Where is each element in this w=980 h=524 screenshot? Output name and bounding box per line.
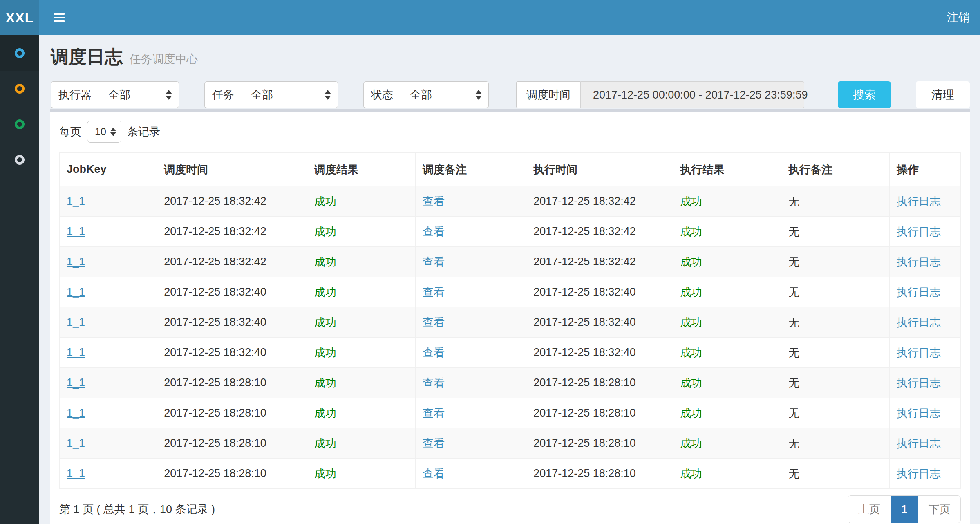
column-header: 调度备注 [415,153,526,186]
trigger-msg-link[interactable]: 查看 [423,468,445,480]
jobkey-link[interactable]: 1_1 [67,286,85,298]
sidebar-item-4[interactable] [0,142,39,177]
handle-time-cell: 2017-12-25 18:28:10 [533,437,636,449]
clean-button[interactable]: 清理 [916,81,970,108]
prev-page-button[interactable]: 上页 [848,496,891,523]
page-size-suffix-label: 条记录 [127,124,160,139]
table-row: 1_12017-12-25 18:28:10成功查看2017-12-25 18:… [60,459,961,489]
page-size-select[interactable]: 10 [87,121,121,143]
executor-filter-label: 执行器 [51,81,99,108]
trigger-msg-link[interactable]: 查看 [423,347,445,359]
select-arrows-icon [475,90,482,100]
trigger-msg-link[interactable]: 查看 [423,195,445,208]
job-filter-label: 任务 [204,81,242,108]
table-footer: 第 1 页 ( 总共 1 页，10 条记录 ) 上页 1 下页 [59,495,961,523]
filter-toolbar: 执行器 全部 任务 全部 状态 全部 [51,81,970,108]
action-log-link[interactable]: 执行日志 [897,347,941,359]
trigger-result-cell: 成功 [314,377,336,389]
main-content: 调度日志 任务调度中心 执行器 全部 任务 全部 状态 [39,0,980,524]
trigger-result-cell: 成功 [314,256,336,268]
dispatch-log-table: JobKey调度时间调度结果调度备注执行时间执行结果执行备注操作 1_12017… [59,152,961,489]
hamburger-icon [54,13,65,15]
navbar-body: 注销 [39,0,980,35]
trigger-msg-link[interactable]: 查看 [423,256,445,268]
handle-msg-cell: 无 [788,316,799,329]
jobkey-link[interactable]: 1_1 [67,346,85,358]
trigger-time-cell: 2017-12-25 18:28:10 [164,376,266,389]
trigger-msg-link[interactable]: 查看 [423,286,445,298]
trigger-result-cell: 成功 [314,195,336,208]
jobkey-link[interactable]: 1_1 [67,255,85,268]
trigger-msg-link[interactable]: 查看 [423,377,445,389]
handle-result-cell: 成功 [680,286,703,298]
trigger-result-cell: 成功 [314,347,336,359]
app-logo[interactable]: XXL [0,0,39,35]
current-page-button[interactable]: 1 [891,496,918,523]
column-header: 执行备注 [781,153,890,186]
handle-time-cell: 2017-12-25 18:32:42 [533,255,636,268]
handle-time-cell: 2017-12-25 18:32:42 [533,225,636,237]
jobkey-link[interactable]: 1_1 [67,225,85,237]
job-filter-group: 任务 全部 [204,81,338,108]
sidebar-item-2[interactable] [0,71,39,106]
table-row: 1_12017-12-25 18:28:10成功查看2017-12-25 18:… [60,398,961,428]
handle-msg-cell: 无 [788,286,799,298]
action-log-link[interactable]: 执行日志 [897,195,941,208]
handle-result-cell: 成功 [680,437,703,450]
column-header: 执行结果 [673,153,781,186]
executor-select[interactable]: 全部 [99,81,179,108]
search-button[interactable]: 搜索 [838,81,891,108]
jobkey-link[interactable]: 1_1 [67,467,85,479]
trigger-result-cell: 成功 [314,286,336,298]
trigger-msg-link[interactable]: 查看 [423,316,445,329]
page-subtitle: 任务调度中心 [129,53,198,65]
handle-msg-cell: 无 [788,407,799,419]
trigger-msg-link[interactable]: 查看 [423,226,445,238]
handle-result-cell: 成功 [680,377,703,389]
sidebar-toggle-button[interactable] [50,9,68,26]
action-log-link[interactable]: 执行日志 [897,407,941,419]
column-header: 调度时间 [157,153,307,186]
trigger-result-cell: 成功 [314,316,336,329]
column-header: 执行时间 [526,153,673,186]
handle-time-cell: 2017-12-25 18:28:10 [533,467,636,479]
trigger-msg-link[interactable]: 查看 [423,437,445,450]
action-log-link[interactable]: 执行日志 [897,226,941,238]
trigger-time-cell: 2017-12-25 18:32:40 [164,286,266,298]
handle-msg-cell: 无 [788,468,799,480]
action-log-link[interactable]: 执行日志 [897,286,941,298]
select-arrows-icon [166,90,172,100]
next-page-button[interactable]: 下页 [918,496,960,523]
jobkey-link[interactable]: 1_1 [67,407,85,419]
trigger-time-cell: 2017-12-25 18:32:42 [164,195,266,207]
sidebar-item-1[interactable] [0,35,39,71]
sidebar-circle-icon [15,119,25,129]
action-log-link[interactable]: 执行日志 [897,316,941,329]
page-size-value: 10 [95,126,106,138]
handle-time-cell: 2017-12-25 18:28:10 [533,376,636,389]
column-header: 操作 [889,153,960,186]
table-row: 1_12017-12-25 18:28:10成功查看2017-12-25 18:… [60,368,961,398]
handle-time-cell: 2017-12-25 18:32:42 [533,195,636,207]
job-select[interactable]: 全部 [242,81,338,108]
trigger-time-cell: 2017-12-25 18:28:10 [164,407,266,419]
jobkey-link[interactable]: 1_1 [67,437,85,449]
trigger-time-range-input[interactable]: 2017-12-25 00:00:00 - 2017-12-25 23:59:5… [580,81,804,108]
status-select[interactable]: 全部 [401,81,489,108]
jobkey-link[interactable]: 1_1 [67,316,85,328]
jobkey-link[interactable]: 1_1 [67,195,85,207]
logout-link[interactable]: 注销 [947,10,980,25]
jobkey-link[interactable]: 1_1 [67,376,85,389]
action-log-link[interactable]: 执行日志 [897,256,941,268]
select-arrows-icon [110,128,116,136]
action-log-link[interactable]: 执行日志 [897,377,941,389]
page-size-row: 每页 10 条记录 [59,121,961,143]
table-row: 1_12017-12-25 18:32:40成功查看2017-12-25 18:… [60,307,961,338]
sidebar-item-3[interactable] [0,106,39,142]
action-log-link[interactable]: 执行日志 [897,468,941,480]
trigger-msg-link[interactable]: 查看 [423,407,445,419]
handle-msg-cell: 无 [788,437,799,450]
trigger-time-cell: 2017-12-25 18:32:42 [164,225,266,237]
action-log-link[interactable]: 执行日志 [897,437,941,450]
trigger-result-cell: 成功 [314,468,336,480]
